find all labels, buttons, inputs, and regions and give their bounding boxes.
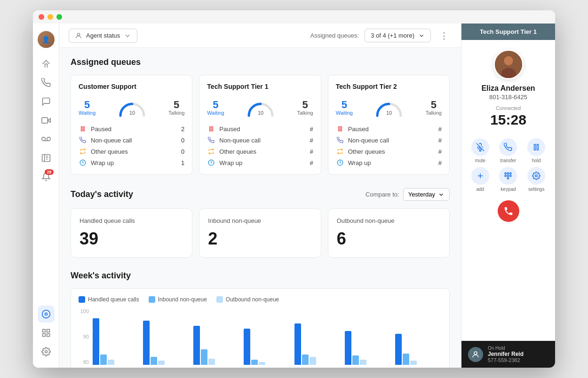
bar-group [193, 326, 240, 365]
agent-stat-row: Wrap up # [336, 158, 442, 167]
stat-label: Wrap up [219, 159, 242, 166]
outbound-bar [310, 357, 316, 365]
agent-stat-row: Other queues 0 [79, 147, 184, 156]
agent-stat-row: Other queues # [207, 147, 313, 156]
avatar: 👤 [38, 31, 55, 48]
keypad-button[interactable]: keypad [496, 167, 521, 192]
waiting-stat: 5 Waiting [207, 100, 224, 116]
svg-point-13 [45, 351, 47, 353]
activity-card-label: Handled queue calls [79, 217, 183, 224]
outbound-bar [208, 359, 215, 365]
other-icon [79, 147, 87, 156]
svg-rect-33 [534, 144, 536, 150]
svg-rect-11 [42, 334, 45, 337]
caller-avatar [493, 49, 524, 79]
svg-rect-10 [47, 330, 49, 332]
inbound-bar [352, 355, 359, 365]
activity-header: Today's activity Compare to: Yesterday [71, 188, 450, 201]
content-area: Assigned queues Customer Support 5 Waiti… [59, 48, 461, 368]
svg-rect-40 [505, 175, 507, 177]
agent-status-button[interactable]: Agent status [69, 29, 137, 43]
stat-label: Paused [348, 126, 369, 133]
close-dot[interactable] [39, 14, 44, 20]
sidebar-item-video[interactable] [38, 112, 55, 129]
svg-point-2 [41, 137, 45, 141]
queues-dropdown-button[interactable]: 3 of 4 (+1 more) [365, 29, 431, 42]
stat-value: # [310, 126, 313, 133]
maximize-dot[interactable] [56, 14, 62, 20]
legend-label: Inbound non-queue [158, 296, 207, 303]
inbound-bar [251, 360, 258, 365]
svg-rect-42 [510, 175, 511, 177]
svg-point-45 [474, 352, 477, 354]
waiting-stat: 5 Waiting [79, 100, 95, 116]
queue-card: Customer Support 5 Waiting 10 5 Talking [71, 75, 192, 175]
panel-queue-name: Tech Support Tier 1 [480, 28, 537, 35]
activity-card-label: Inbound non-queue [208, 217, 312, 224]
stat-label: Other queues [348, 148, 385, 155]
keypad-icon [499, 167, 517, 185]
sidebar-item-dashboard[interactable] [38, 306, 55, 323]
add-label: add [476, 187, 484, 192]
svg-rect-38 [508, 173, 509, 174]
stat-value: 0 [181, 137, 184, 144]
queues-value: 3 of 4 (+1 more) [371, 32, 414, 39]
bar-group [143, 321, 190, 365]
add-button[interactable]: add [468, 167, 493, 192]
legend-item: Inbound non-queue [149, 296, 207, 303]
on-hold-phone: 577-559-2382 [488, 357, 524, 363]
inbound-bar [201, 349, 207, 365]
sidebar-item-notifications[interactable]: 28 [38, 168, 55, 185]
chart-legend: Handled queue calls Inbound non-queue Ou… [79, 296, 442, 303]
stat-value: # [310, 148, 313, 155]
queue-cards-grid: Customer Support 5 Waiting 10 5 Talking [71, 75, 450, 175]
assigned-queues-section: Assigned queues Customer Support 5 Waiti… [71, 57, 450, 175]
agent-stat-row: Other queues # [336, 147, 442, 156]
bar-group [93, 318, 139, 365]
hold-button[interactable]: hold [524, 138, 548, 163]
agent-stat-row: Paused # [207, 125, 313, 133]
svg-point-29 [501, 68, 516, 79]
svg-text:10: 10 [258, 110, 263, 116]
compare-value: Yesterday [408, 191, 435, 198]
sidebar-item-phone[interactable] [38, 74, 55, 91]
sidebar-item-contacts[interactable] [38, 150, 55, 166]
talking-stat: 5 Talking [297, 100, 313, 116]
bar-group [294, 323, 341, 365]
chart-y-axis: 100 90 80 [79, 308, 93, 365]
svg-rect-1 [41, 118, 48, 123]
sidebar-item-grid[interactable] [38, 324, 55, 341]
transfer-button[interactable]: transfer [496, 138, 521, 163]
talking-stat: 5 Talking [168, 100, 184, 116]
sidebar-item-settings[interactable] [38, 343, 55, 360]
titlebar [33, 10, 555, 24]
svg-point-44 [535, 175, 538, 177]
assigned-queues-title: Assigned queues [71, 57, 450, 67]
svg-rect-41 [508, 175, 509, 177]
sidebar-item-chat[interactable] [38, 93, 55, 110]
on-hold-label: On Hold [488, 346, 524, 351]
more-options-button[interactable]: ⋮ [437, 28, 452, 43]
queue-card-title: Customer Support [79, 83, 184, 90]
sidebar-item-home[interactable] [38, 55, 55, 72]
chart-area: Handled queue calls Inbound non-queue Ou… [71, 288, 450, 368]
outbound-bar [410, 361, 417, 365]
mute-icon [471, 138, 489, 156]
agent-stats-list: Paused # Non-queue call # Other queues # [336, 125, 442, 167]
agent-status-label: Agent status [86, 32, 120, 39]
minimize-dot[interactable] [48, 14, 53, 20]
end-call-button[interactable] [498, 200, 519, 222]
sidebar-item-voicemail[interactable] [38, 131, 55, 148]
compare-dropdown[interactable]: Yesterday [403, 188, 450, 201]
other-icon [336, 147, 344, 156]
mute-button[interactable]: mute [468, 138, 493, 163]
hold-icon [527, 138, 545, 156]
outbound-bar [360, 360, 366, 365]
stat-label: Non-queue call [348, 137, 389, 144]
activity-card-value: 6 [337, 229, 441, 249]
nonqueue-icon [336, 136, 344, 144]
handled-bar [93, 318, 99, 365]
settings-button[interactable]: settings [524, 167, 548, 192]
svg-point-3 [47, 137, 50, 141]
outbound-bar [108, 360, 114, 365]
